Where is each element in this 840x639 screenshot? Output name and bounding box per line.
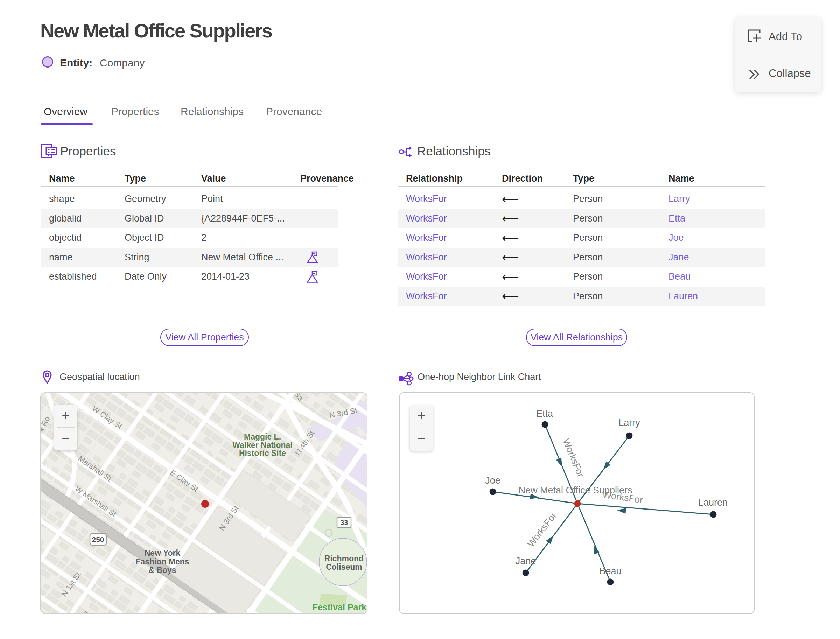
svg-text:Festival Park: Festival Park <box>313 602 366 612</box>
svg-text:250: 250 <box>92 536 104 544</box>
svg-text:Fashion Mens: Fashion Mens <box>135 557 189 566</box>
svg-text:Historic Site: Historic Site <box>239 448 286 458</box>
svg-text:Etta: Etta <box>536 409 554 419</box>
svg-text:New York: New York <box>145 548 181 558</box>
svg-text:Joe: Joe <box>485 475 501 486</box>
svg-text:WorksFor: WorksFor <box>601 489 644 505</box>
svg-text:Beau: Beau <box>599 566 621 576</box>
svg-text:& Boys: & Boys <box>148 566 176 575</box>
svg-text:WorksFor: WorksFor <box>525 510 558 549</box>
svg-text:33: 33 <box>340 519 348 526</box>
svg-text:Coliseum: Coliseum <box>326 563 362 571</box>
svg-text:Larry: Larry <box>619 418 640 428</box>
svg-text:Lauren: Lauren <box>698 497 728 508</box>
svg-text:Richmond: Richmond <box>325 554 364 563</box>
svg-text:Maggie L.: Maggie L. <box>244 432 281 441</box>
svg-text:Jane: Jane <box>515 556 536 566</box>
